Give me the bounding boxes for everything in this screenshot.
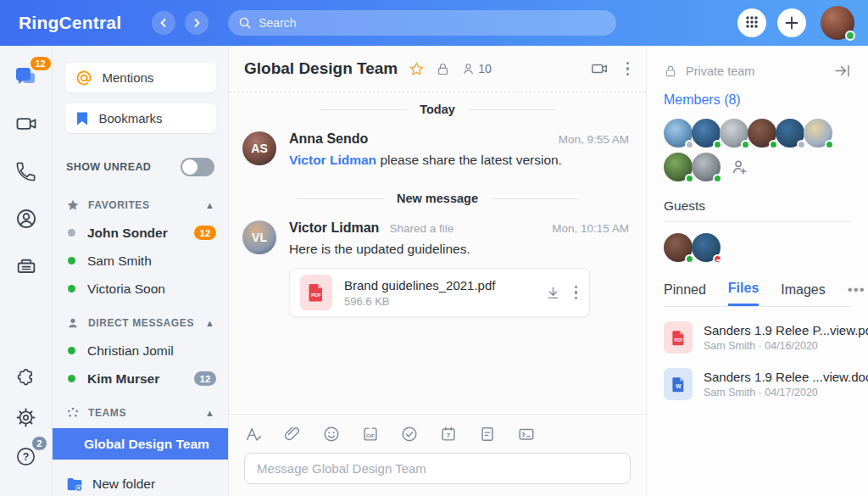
svg-text:GIF: GIF [366, 433, 375, 438]
member-avatar[interactable] [804, 119, 832, 148]
tab-files[interactable]: Files [728, 281, 759, 306]
message-author[interactable]: Anna Sendo [289, 131, 368, 147]
fax-icon [14, 254, 38, 278]
profile-avatar[interactable] [821, 6, 854, 40]
rail-apps-button[interactable] [14, 365, 39, 391]
composer-toolbar: GIF 7 [244, 425, 631, 443]
member-avatar[interactable] [720, 119, 748, 148]
rail-messages-button[interactable]: 12 [14, 64, 39, 89]
sidebar-item-christian-jomil[interactable]: Christian Jomil [53, 337, 228, 365]
file-list-item-pdf[interactable]: PDF Sanders 1.9 Relee P...view.pdf Sam S… [664, 321, 851, 354]
download-button[interactable] [545, 285, 561, 301]
person-icon [66, 316, 80, 330]
member-avatar[interactable] [664, 119, 693, 148]
file-list-item-docx[interactable]: W Sanders 1.9 Relee ...view.docx Sam Smi… [664, 368, 851, 400]
message-author[interactable]: Victor Lidman [289, 220, 379, 236]
new-note-button[interactable] [478, 425, 497, 443]
sidebar-item-john-sonder[interactable]: John Sonder 12 [53, 219, 228, 247]
file-name: Sanders 1.9 Relee P...view.pdf [704, 323, 851, 337]
back-button[interactable] [152, 11, 175, 35]
member-avatar[interactable] [664, 233, 693, 262]
member-avatar[interactable] [692, 153, 721, 181]
chat-main: Global Design Team 10 Today [229, 46, 646, 496]
favorite-star-button[interactable] [409, 61, 425, 77]
avatar[interactable]: VL [242, 220, 276, 254]
forward-button[interactable] [185, 11, 209, 35]
sidebar-item-victoria-soon[interactable]: Victoria Soon [53, 275, 228, 303]
presence-online-dot [685, 174, 694, 183]
show-unread-toggle[interactable] [181, 158, 214, 176]
detail-tabs: Pinned Files Images ••• [664, 281, 851, 307]
sidebar-item-sam-smith[interactable]: Sam Smith [53, 247, 228, 275]
member-avatar[interactable] [748, 119, 776, 148]
file-more-button[interactable] [575, 284, 578, 301]
member-avatar[interactable] [692, 119, 721, 148]
emoji-button[interactable] [322, 425, 341, 443]
message-composer: GIF 7 [229, 414, 646, 496]
file-meta: Sam Smith · 04/17/2020 [704, 387, 851, 398]
top-bar: RingCentral [0, 0, 868, 46]
privacy-label: Private team [686, 64, 833, 78]
mention-link[interactable]: Victor Lidman [289, 153, 376, 167]
presence-offline-dot [797, 140, 806, 149]
direct-messages-section-label: DIRECT MESSAGES [88, 317, 205, 329]
search-icon [238, 16, 252, 30]
avatar[interactable]: AS [242, 131, 276, 165]
new-folder-icon [66, 477, 83, 492]
sidebar-item-global-design-team-selected[interactable]: Global Design Team [53, 428, 228, 460]
add-member-button[interactable] [730, 158, 748, 176]
sidebar-item-kim-murser[interactable]: Kim Murser 12 [53, 365, 228, 393]
collapse-panel-button[interactable] [833, 62, 851, 80]
new-folder-button[interactable]: New folder [53, 460, 228, 492]
rail-bottom-group: ? 2 [14, 365, 39, 496]
direct-messages-section-header[interactable]: DIRECT MESSAGES ▲ [53, 303, 228, 337]
rail-fax-button[interactable] [14, 254, 39, 279]
search-input[interactable] [259, 16, 606, 30]
new-actions-button[interactable] [777, 8, 806, 37]
tab-images[interactable]: Images [781, 282, 825, 305]
file-name: Brand guidelines_2021.pdf [344, 278, 531, 293]
dialpad-button[interactable] [737, 8, 766, 37]
shared-file-card[interactable]: PDF Brand guidelines_2021.pdf 596.6 KB [289, 268, 590, 317]
message-input[interactable] [244, 453, 631, 484]
member-avatar[interactable] [692, 233, 721, 262]
teams-section-header[interactable]: TEAMS ▲ [53, 393, 228, 426]
add-person-icon [730, 158, 748, 176]
conversation-more-button[interactable] [626, 60, 630, 77]
gif-button[interactable]: GIF [361, 425, 380, 443]
rail-phone-button[interactable] [14, 159, 39, 184]
presence-online-dot [68, 257, 75, 265]
svg-text:PDF: PDF [311, 293, 321, 298]
member-count-button[interactable]: 10 [461, 62, 492, 76]
rail-contacts-button[interactable] [14, 206, 39, 231]
member-avatar[interactable] [776, 119, 804, 148]
new-message-divider: New message [229, 192, 646, 205]
svg-text:W: W [676, 383, 682, 389]
favorites-section-header[interactable]: FAVORITES ▲ [53, 185, 228, 219]
search-bar[interactable] [228, 10, 616, 36]
new-event-button[interactable]: 7 [439, 425, 458, 443]
format-text-button[interactable] [244, 425, 263, 443]
attach-file-button[interactable] [283, 425, 302, 443]
member-avatar[interactable] [664, 153, 693, 181]
bookmarks-item[interactable]: Bookmarks [65, 103, 216, 133]
rail-video-button[interactable] [14, 111, 39, 137]
tab-pinned[interactable]: Pinned [664, 282, 706, 305]
new-task-button[interactable] [400, 425, 419, 443]
new-message-divider-label: New message [397, 192, 478, 205]
date-divider: Today [229, 103, 646, 116]
start-video-button[interactable] [589, 59, 609, 78]
kebab-menu-icon [575, 284, 578, 301]
members-link[interactable]: Members (8) [664, 92, 851, 108]
code-snippet-button[interactable] [517, 425, 536, 443]
contact-icon [14, 207, 38, 231]
date-divider-label: Today [420, 103, 455, 116]
tabs-more-button[interactable]: ••• [848, 281, 865, 306]
app-rail: 12 [0, 46, 53, 496]
guests-avatar-grid [664, 233, 851, 262]
rail-help-button[interactable]: ? 2 [14, 443, 39, 469]
pdf-file-icon: PDF [300, 275, 332, 310]
privacy-row: Private team [664, 46, 851, 81]
rail-settings-button[interactable] [14, 404, 39, 430]
mentions-item[interactable]: Mentions [65, 63, 216, 92]
